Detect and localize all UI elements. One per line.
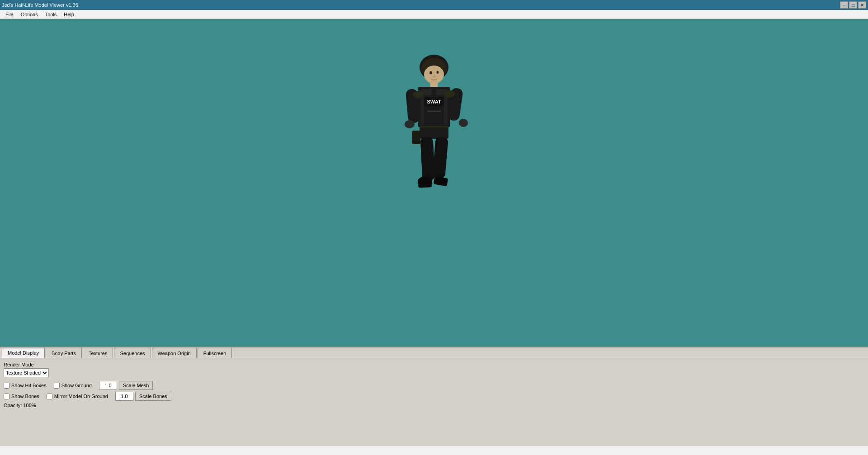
scale-mesh-input[interactable]	[99, 381, 117, 390]
svg-rect-13	[436, 89, 445, 95]
show-hit-boxes-label: Show Hit Boxes	[11, 383, 47, 388]
controls-area: Render Mode Texture Shaded Wireframe Fla…	[4, 362, 864, 408]
show-bones-input[interactable]	[4, 394, 9, 399]
minimize-button[interactable]: −	[840, 1, 848, 9]
show-ground-input[interactable]	[54, 383, 60, 389]
svg-rect-27	[427, 111, 441, 112]
scale-bones-input[interactable]	[115, 392, 133, 401]
show-bones-label: Show Bones	[11, 394, 39, 399]
maximize-button[interactable]: □	[849, 1, 857, 9]
svg-point-3	[429, 71, 432, 74]
control-row-2: Show Bones Mirror Model On Ground Scale …	[4, 392, 864, 401]
model-display-area: SWAT	[393, 44, 475, 297]
show-bones-checkbox[interactable]: Show Bones	[4, 394, 39, 399]
svg-rect-25	[434, 176, 448, 186]
scale-mesh-button[interactable]: Scale Mesh	[119, 381, 153, 390]
svg-rect-20	[420, 127, 448, 139]
mirror-model-input[interactable]	[47, 394, 52, 399]
close-button[interactable]: ✕	[858, 1, 866, 9]
menu-help[interactable]: Help	[60, 11, 78, 18]
render-mode-section: Render Mode Texture Shaded Wireframe Fla…	[4, 362, 864, 377]
scale-mesh-group: Scale Mesh	[99, 381, 153, 390]
tab-sequences[interactable]: Sequences	[114, 348, 151, 358]
title-bar: Jed's Half-Life Model Viewer v1.36 − □ ✕	[0, 0, 868, 10]
menu-tools[interactable]: Tools	[42, 11, 61, 18]
window-title: Jed's Half-Life Model Viewer v1.36	[2, 2, 78, 8]
menu-options[interactable]: Options	[17, 11, 42, 18]
tab-weapon-origin[interactable]: Weapon Origin	[152, 348, 197, 358]
svg-point-5	[433, 75, 435, 77]
svg-point-2	[424, 66, 444, 84]
tab-fullscreen[interactable]: Fullscreen	[198, 348, 232, 358]
show-ground-label: Show Ground	[61, 383, 92, 388]
show-hit-boxes-checkbox[interactable]: Show Hit Boxes	[4, 383, 47, 389]
svg-rect-22	[432, 136, 448, 178]
mirror-model-label: Mirror Model On Ground	[54, 394, 108, 399]
window-controls: − □ ✕	[840, 1, 866, 9]
tab-content-model-display: Render Mode Texture Shaded Wireframe Fla…	[0, 358, 868, 446]
show-hit-boxes-input[interactable]	[4, 383, 9, 389]
tabs-row: Model Display Body Parts Textures Sequen…	[0, 347, 868, 358]
svg-point-17	[458, 118, 468, 127]
render-mode-label: Render Mode	[4, 362, 864, 367]
menu-bar: File Options Tools Help	[0, 10, 868, 19]
character-model: SWAT	[393, 44, 475, 297]
tab-model-display[interactable]: Model Display	[2, 348, 45, 358]
mirror-model-checkbox[interactable]: Mirror Model On Ground	[47, 394, 108, 399]
tab-textures[interactable]: Textures	[83, 348, 113, 358]
svg-point-28	[413, 91, 424, 98]
svg-rect-12	[423, 89, 432, 95]
svg-point-4	[437, 71, 439, 74]
svg-rect-24	[418, 178, 432, 188]
control-row-1: Show Hit Boxes Show Ground Scale Mesh	[4, 381, 864, 390]
show-ground-checkbox[interactable]: Show Ground	[54, 383, 92, 389]
bottom-panel: Model Display Body Parts Textures Sequen…	[0, 347, 868, 446]
viewport[interactable]: SWAT	[0, 19, 868, 347]
render-mode-dropdown[interactable]: Texture Shaded Wireframe Flat Shaded Smo…	[4, 368, 49, 377]
opacity-label: Opacity: 100%	[4, 403, 36, 408]
svg-rect-19	[412, 131, 420, 144]
svg-text:SWAT: SWAT	[427, 99, 441, 104]
scale-bones-group: Scale Bones	[115, 392, 171, 401]
scale-bones-button[interactable]: Scale Bones	[135, 392, 171, 401]
tab-body-parts[interactable]: Body Parts	[46, 348, 82, 358]
svg-point-16	[405, 120, 415, 128]
control-row-3: Opacity: 100%	[4, 403, 864, 408]
svg-point-29	[444, 90, 455, 98]
menu-file[interactable]: File	[2, 11, 17, 18]
